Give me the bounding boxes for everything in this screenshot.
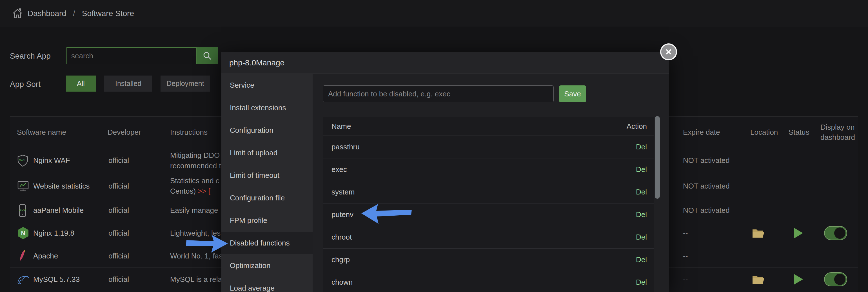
home-icon[interactable] <box>12 7 23 20</box>
sort-installed-button[interactable]: Installed <box>104 76 152 92</box>
modal-title: php-8.0Manage <box>229 58 284 67</box>
add-function-input[interactable] <box>323 85 554 102</box>
instructions: Statistics and c Centos) >> [ <box>170 173 225 199</box>
sidebar-item-configuration-file[interactable]: Configuration file <box>221 186 313 209</box>
del-link[interactable]: Del <box>636 278 647 287</box>
expire-date: NOT activated <box>683 199 730 222</box>
developer: official <box>108 244 129 267</box>
function-row: putenv Del <box>323 204 654 226</box>
expire-date: -- <box>683 222 688 244</box>
col-location: Location <box>750 117 778 148</box>
shield-waf-icon: WAF <box>17 148 29 173</box>
table-scrollbar-thumb[interactable] <box>655 116 660 199</box>
developer: official <box>108 173 129 199</box>
sidebar-item-install-extensions[interactable]: Install extensions <box>221 96 313 119</box>
svg-text:WAF: WAF <box>19 158 27 162</box>
col-software-name: Software name <box>17 117 66 148</box>
breadcrumb-dashboard[interactable]: Dashboard <box>28 9 66 18</box>
php-manage-modal: php-8.0Manage Service Install extensions… <box>221 52 669 292</box>
sidebar-item-optimization[interactable]: Optimization <box>221 254 313 277</box>
search-input[interactable] <box>66 47 196 64</box>
del-link[interactable]: Del <box>636 165 647 174</box>
sort-deployment-button[interactable]: Deployment <box>160 76 210 92</box>
del-link[interactable]: Del <box>636 188 647 197</box>
col-action: Action <box>627 122 647 131</box>
topbar: Dashboard / Software Store <box>0 0 868 27</box>
breadcrumb-current: Software Store <box>82 9 134 18</box>
folder-icon[interactable] <box>752 222 765 244</box>
red-doc-link[interactable]: >> [ <box>198 187 210 195</box>
breadcrumb-separator: / <box>73 9 75 18</box>
nginx-icon: N <box>17 222 29 244</box>
sidebar-item-disabled-functions[interactable]: Disabled functions <box>221 232 313 254</box>
dashboard-toggle[interactable] <box>824 222 847 244</box>
search-button[interactable] <box>196 47 218 64</box>
expire-date: -- <box>683 268 688 291</box>
modal-header: php-8.0Manage <box>221 52 669 74</box>
col-name: Name <box>332 122 351 131</box>
instructions: Mitigating DDO recommended t <box>170 148 225 173</box>
sidebar-item-fpm-profile[interactable]: FPM profile <box>221 209 313 232</box>
function-row: exec Del <box>323 158 654 181</box>
sidebar-item-limit-of-timeout[interactable]: Limit of timeout <box>221 164 313 186</box>
software-name: Apache <box>33 244 58 267</box>
function-name: system <box>332 188 354 197</box>
mysql-dolphin-icon <box>17 268 29 291</box>
folder-icon[interactable] <box>752 268 765 291</box>
dashboard-toggle[interactable] <box>824 268 847 291</box>
function-row: chown Del <box>323 271 654 292</box>
function-row: passthru Del <box>323 136 654 158</box>
search-app-label: Search App <box>10 52 51 61</box>
col-instructions: Instructions <box>170 117 208 148</box>
developer: official <box>108 222 129 244</box>
developer: official <box>108 199 129 222</box>
function-name: putenv <box>332 210 353 219</box>
apache-feather-icon <box>17 244 29 267</box>
instructions: World No. 1, fas <box>170 244 225 267</box>
sidebar-item-configuration[interactable]: Configuration <box>221 119 313 142</box>
software-name: Nginx WAF <box>33 148 70 173</box>
instructions: Lightweight, les <box>170 222 225 244</box>
expire-date: -- <box>683 244 688 267</box>
function-row: chgrp Del <box>323 249 654 271</box>
play-icon[interactable] <box>794 222 803 244</box>
sort-all-button[interactable]: All <box>66 76 96 92</box>
close-icon[interactable] <box>660 43 677 60</box>
monitor-stats-icon <box>17 173 29 199</box>
function-name: exec <box>332 165 347 174</box>
del-link[interactable]: Del <box>636 255 647 264</box>
col-developer: Developer <box>107 117 141 148</box>
sidebar-item-service[interactable]: Service <box>221 74 313 96</box>
disabled-functions-table: Name Action passthru Del exec Del system… <box>323 117 654 292</box>
software-name: Nginx 1.19.8 <box>33 222 74 244</box>
software-store-page: Dashboard / Software Store Search App Ap… <box>0 0 868 292</box>
modal-main: Save Name Action passthru Del exec Del <box>313 74 669 292</box>
function-name: chroot <box>332 233 352 241</box>
developer: official <box>108 268 129 291</box>
col-expire-date: Expire date <box>683 117 720 148</box>
del-link[interactable]: Del <box>636 143 647 151</box>
col-display-on-dashboard: Display on dashboard <box>820 117 855 148</box>
function-name: chgrp <box>332 255 350 264</box>
search-icon <box>203 51 212 61</box>
function-row: chroot Del <box>323 226 654 249</box>
del-link[interactable]: Del <box>636 233 647 241</box>
save-button[interactable]: Save <box>559 85 586 102</box>
sidebar-item-load-average[interactable]: Load average <box>221 277 313 292</box>
functions-table-header: Name Action <box>323 117 654 136</box>
instructions: MySQL is a rela <box>170 268 225 291</box>
col-status: Status <box>788 117 809 148</box>
app-sort-label: App Sort <box>10 80 40 89</box>
function-name: chown <box>332 278 352 287</box>
modal-sidebar: Service Install extensions Configuration… <box>221 74 313 292</box>
mobile-app-icon: APP <box>17 199 29 222</box>
play-icon[interactable] <box>794 268 803 291</box>
instructions: Easily manage <box>170 199 225 222</box>
software-name: Website statistics <box>33 173 90 199</box>
software-name: aaPanel Mobile <box>33 199 84 222</box>
software-name: MySQL 5.7.33 <box>33 268 80 291</box>
sidebar-item-limit-of-upload[interactable]: Limit of upload <box>221 142 313 164</box>
del-link[interactable]: Del <box>636 210 647 219</box>
svg-text:APP: APP <box>19 208 26 212</box>
modal-body: Service Install extensions Configuration… <box>221 74 669 292</box>
